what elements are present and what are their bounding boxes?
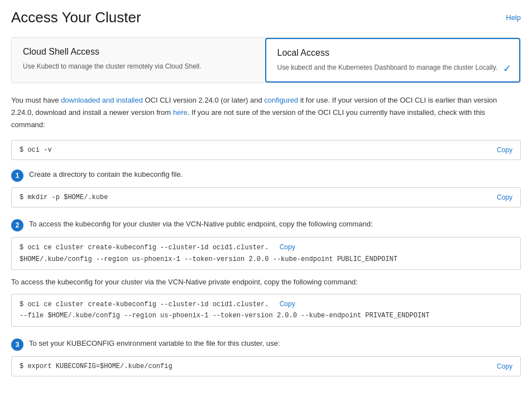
step-2-public-command-block: $ oci ce cluster create-kubeconfig --clu… [11, 237, 521, 270]
step-1-label: Create a directory to contain the kubeco… [29, 169, 183, 181]
step-2-private-label: To access the kubeconfig for your cluste… [11, 277, 521, 288]
tab-cloud-shell[interactable]: Cloud Shell Access Use Kubectl to manage… [12, 38, 265, 83]
tab-local-access[interactable]: Local Access Use kubectl and the Kuberne… [265, 38, 521, 83]
local-access-tab-title: Local Access [277, 48, 509, 58]
step-1-header: 1 Create a directory to contain the kube… [11, 169, 521, 182]
configured-link[interactable]: configured [264, 96, 298, 104]
step-3-header: 3 To set your KUBECONFIG environment var… [11, 338, 521, 351]
step-3-section: 3 To set your KUBECONFIG environment var… [11, 338, 521, 376]
step-2-public-command-code: $ oci ce cluster create-kubeconfig --clu… [20, 242, 512, 265]
step-3-copy-button[interactable]: Copy [490, 362, 512, 370]
intro-text-between: OCI CLI version 2.24.0 (or later) and [143, 96, 264, 104]
access-tabs: Cloud Shell Access Use Kubectl to manage… [11, 37, 521, 83]
step-1-badge: 1 [11, 170, 23, 182]
step-2-public-copy-button[interactable]: Copy [273, 243, 295, 251]
step-3-badge: 3 [11, 339, 23, 351]
oci-version-copy-button[interactable]: Copy [490, 146, 512, 154]
page-header: Access Your Cluster Help [11, 9, 521, 26]
step-2-private-line2: --file $HOME/.kube/config --region us-ph… [20, 310, 512, 321]
step-2-private-command-block: $ oci ce cluster create-kubeconfig --clu… [11, 294, 521, 327]
step-2-public-command-header: $ oci ce cluster create-kubeconfig --clu… [20, 242, 512, 265]
step-2-private-line1: $ oci ce cluster create-kubeconfig --clu… [20, 299, 512, 310]
step-2-public-line2: $HOME/.kube/config --region us-phoenix-1… [20, 254, 512, 265]
step-3-command-block: $ export KUBECONFIG=$HOME/.kube/config C… [11, 356, 521, 376]
step-3-label: To set your KUBECONFIG environment varia… [29, 338, 280, 350]
oci-version-command-block: $ oci -v Copy [11, 140, 521, 160]
oci-version-command-text: $ oci -v [20, 146, 490, 154]
step-2-private-copy-button[interactable]: Copy [273, 300, 295, 308]
step-1-command-text: $ mkdir -p $HOME/.kube [20, 194, 490, 201]
step-2-section: 2 To access the kubeconfig for your clus… [11, 219, 521, 326]
intro-paragraph: You must have downloaded and installed O… [11, 94, 521, 131]
step-3-command-text: $ export KUBECONFIG=$HOME/.kube/config [20, 362, 490, 370]
tab-selected-check-icon: ✓ [503, 62, 511, 75]
step-2-private-command-header: $ oci ce cluster create-kubeconfig --clu… [20, 299, 512, 322]
step-2-private-redacted-1 [269, 301, 272, 308]
step-2-private-command-code: $ oci ce cluster create-kubeconfig --clu… [20, 299, 512, 322]
step-1-section: 1 Create a directory to contain the kube… [11, 169, 521, 207]
here-link[interactable]: here [173, 108, 188, 117]
step-1-copy-button[interactable]: Copy [490, 194, 512, 201]
step-2-badge: 2 [11, 219, 23, 231]
step-2-public-redacted-1 [269, 244, 272, 252]
step-2-header: 2 To access the kubeconfig for your clus… [11, 219, 521, 231]
step-2-public-label: To access the kubeconfig for your cluste… [29, 219, 373, 230]
local-access-tab-desc: Use kubectl and the Kubernetes Dashboard… [277, 62, 509, 72]
cloud-shell-tab-title: Cloud Shell Access [23, 47, 254, 57]
page-title: Access Your Cluster [11, 9, 141, 26]
step-1-command-block: $ mkdir -p $HOME/.kube Copy [11, 187, 521, 207]
intro-text-before-link1: You must have [11, 96, 61, 104]
cloud-shell-tab-desc: Use Kubectl to manage the cluster remote… [23, 61, 254, 71]
help-link[interactable]: Help [506, 13, 521, 22]
downloaded-installed-link[interactable]: downloaded and installed [61, 96, 143, 104]
step-2-public-line1: $ oci ce cluster create-kubeconfig --clu… [20, 242, 512, 253]
